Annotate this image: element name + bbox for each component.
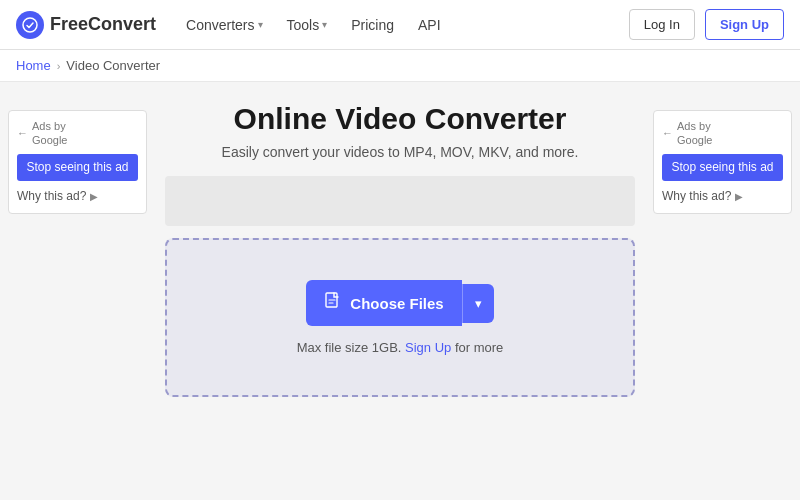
ads-by-google-left: Ads byGoogle <box>32 119 67 148</box>
page-title: Online Video Converter <box>234 102 567 136</box>
signup-link[interactable]: Sign Up <box>405 340 451 355</box>
login-button[interactable]: Log In <box>629 9 695 40</box>
why-this-ad-right[interactable]: Why this ad? ▶ <box>662 187 783 205</box>
svg-point-0 <box>23 18 37 32</box>
ad-header-right: ← Ads byGoogle <box>662 119 783 148</box>
dropdown-chevron-icon: ▾ <box>475 296 482 311</box>
logo[interactable]: FreeConvert <box>16 11 156 39</box>
why-this-ad-left[interactable]: Why this ad? ▶ <box>17 187 138 205</box>
choose-files-button[interactable]: Choose Files <box>306 280 461 326</box>
header-right: Log In Sign Up <box>629 9 784 40</box>
main-wrapper: ← Ads byGoogle Stop seeing this ad Why t… <box>0 82 800 500</box>
ad-arrow-left-icon[interactable]: ← <box>17 127 28 139</box>
ad-inner-left: ← Ads byGoogle Stop seeing this ad Why t… <box>8 110 147 214</box>
logo-text: FreeConvert <box>50 14 156 35</box>
logo-icon <box>16 11 44 39</box>
stop-seeing-ad-button-left[interactable]: Stop seeing this ad <box>17 154 138 182</box>
nav-converters[interactable]: Converters ▾ <box>176 11 272 39</box>
ad-header-left: ← Ads byGoogle <box>17 119 138 148</box>
chevron-down-icon: ▾ <box>322 19 327 30</box>
main-nav: Converters ▾ Tools ▾ Pricing API <box>176 11 451 39</box>
ad-inner-right: ← Ads byGoogle Stop seeing this ad Why t… <box>653 110 792 214</box>
choose-files-row: Choose Files ▾ <box>306 280 493 326</box>
ad-banner-strip <box>165 176 635 226</box>
signup-button[interactable]: Sign Up <box>705 9 784 40</box>
chevron-down-icon: ▾ <box>258 19 263 30</box>
ad-arrow-right-icon[interactable]: ← <box>662 127 673 139</box>
breadcrumb-separator: › <box>57 60 61 72</box>
nav-pricing[interactable]: Pricing <box>341 11 404 39</box>
stop-seeing-ad-button-right[interactable]: Stop seeing this ad <box>662 154 783 182</box>
page-subtitle: Easily convert your videos to MP4, MOV, … <box>222 144 579 160</box>
header-left: FreeConvert Converters ▾ Tools ▾ Pricing… <box>16 11 451 39</box>
choose-files-label: Choose Files <box>350 295 443 312</box>
why-ad-arrow-icon-left: ▶ <box>90 191 98 202</box>
choose-files-dropdown-button[interactable]: ▾ <box>462 284 494 323</box>
header: FreeConvert Converters ▾ Tools ▾ Pricing… <box>0 0 800 50</box>
file-icon <box>324 292 342 314</box>
nav-api[interactable]: API <box>408 11 451 39</box>
max-size-text: Max file size 1GB. Sign Up for more <box>297 340 504 355</box>
why-ad-arrow-icon-right: ▶ <box>735 191 743 202</box>
drop-zone: Choose Files ▾ Max file size 1GB. Sign U… <box>165 238 635 397</box>
breadcrumb: Home › Video Converter <box>0 50 800 82</box>
ads-by-google-right: Ads byGoogle <box>677 119 712 148</box>
ad-panel-left: ← Ads byGoogle Stop seeing this ad Why t… <box>0 102 155 482</box>
nav-tools[interactable]: Tools ▾ <box>277 11 338 39</box>
content-area: Online Video Converter Easily convert yo… <box>155 102 645 482</box>
breadcrumb-home[interactable]: Home <box>16 58 51 73</box>
ad-panel-right: ← Ads byGoogle Stop seeing this ad Why t… <box>645 102 800 482</box>
breadcrumb-current: Video Converter <box>66 58 160 73</box>
